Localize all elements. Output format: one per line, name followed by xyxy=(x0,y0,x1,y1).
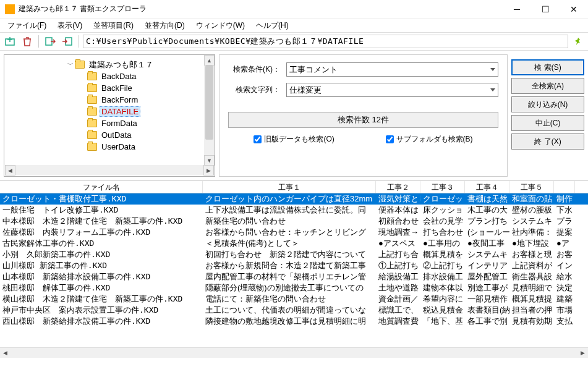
cell: (ショールー xyxy=(465,227,509,238)
cell: 便器本体は xyxy=(376,205,420,216)
cell-filename: 古民家解体工事の件.KXD xyxy=(0,238,203,249)
table-row[interactable]: クローゼット・書棚取付工事.KXDクローゼット内のハンガーパイプは直径32mm湿… xyxy=(0,193,588,205)
cell: プラン打ち xyxy=(465,216,509,227)
table-row[interactable]: 古民家解体工事の件.KXD＜見積条件(備考)として＞●アスペス●工事用の●夜間工… xyxy=(0,238,588,249)
table-body: クローゼット・書棚取付工事.KXDクローゼット内のハンガーパイプは直径32mm湿… xyxy=(0,193,588,327)
tree-item-backform[interactable]: BackForm xyxy=(12,94,207,106)
table-row[interactable]: 中本様邸 木造２階建て住宅 新築工事の件.KXD新築住宅の問い合わせ初顔合わせ会… xyxy=(0,216,588,227)
table-row[interactable]: 神戸市中央区 案内表示設置工事の件.KXD土工について、代価表の明細が間違ってい… xyxy=(0,305,588,316)
cell: ＜見積条件(備考)として＞ xyxy=(203,238,376,249)
cell: 上記打ち合 xyxy=(376,249,420,260)
col-4[interactable]: 工事４ xyxy=(465,181,509,193)
menu-sort-dir[interactable]: 並替方向(D) xyxy=(140,19,190,32)
cell: 標識工で、 xyxy=(376,305,420,316)
cell: 社内準備： xyxy=(509,227,554,238)
col-3[interactable]: 工事３ xyxy=(420,181,465,193)
folder-icon xyxy=(87,108,97,116)
tree-root[interactable]: ﹀ 建築みつも郎１７ xyxy=(12,59,207,70)
scroll-left-icon[interactable]: ◀ xyxy=(5,165,15,175)
folder-icon xyxy=(87,119,97,127)
tree-item-backdata[interactable]: BackData xyxy=(12,70,207,82)
scroll-thumb[interactable] xyxy=(205,66,213,140)
table-row[interactable]: 佐藤様邸 内装リフォーム工事の件.KXDお客様から問い合わせ：キッチンとリビング… xyxy=(0,227,588,238)
search-button[interactable]: 検 索(S) xyxy=(511,59,584,75)
menu-view[interactable]: 表示(V) xyxy=(53,19,87,32)
menu-sort-item[interactable]: 並替項目(R) xyxy=(88,19,138,32)
cell-filename: 横山様邸 木造２階建て住宅 新築工事の件.KXD xyxy=(0,294,203,305)
table-row[interactable]: 横山様邸 木造２階建て住宅 新築工事の件.KXD電話にて：新築住宅の問い合わせ資… xyxy=(0,294,588,305)
folder-icon xyxy=(87,96,97,104)
col-2[interactable]: 工事２ xyxy=(376,181,420,193)
export-icon[interactable] xyxy=(43,34,58,49)
table-row[interactable]: 一般住宅 トイレ改修工事.KXD上下水設備工事は流設備株式会社に委託。同便器本体… xyxy=(0,205,588,216)
table-row[interactable]: 山本様邸 新築給排水設備工事の件.KXD屋内配管工事の材料で「架橋ポリエチレン管… xyxy=(0,271,588,282)
pin-icon[interactable] xyxy=(571,34,586,49)
search-cond-label: 検索条件(K)： xyxy=(228,64,280,75)
cell: 別途工事が xyxy=(465,282,509,294)
cell: 見積有効期 xyxy=(509,316,554,327)
cell: お客様から問い合わせ：キッチンとリビング xyxy=(203,227,376,238)
cell: 電話にて：新築住宅の問い合わせ xyxy=(203,294,376,305)
search-text-input[interactable]: 仕様変更 xyxy=(286,83,498,97)
cell: 見積明細で xyxy=(509,282,554,294)
cell: プラ xyxy=(554,216,575,227)
cell: ●ア xyxy=(554,238,575,249)
scroll-down-icon[interactable]: ▼ xyxy=(204,155,215,166)
cell: 給水 xyxy=(554,271,575,282)
tree-item-backfile[interactable]: BackFile xyxy=(12,82,207,94)
scroll-right-icon[interactable]: ▶ xyxy=(203,165,214,175)
table-row[interactable]: 桃田様邸 解体工事の件.KXD隠蔽部分(埋蔵物)の別途撤去工事についての土地や道… xyxy=(0,282,588,294)
tree-item-formdata[interactable]: FormData xyxy=(12,117,207,129)
maximize-button[interactable]: ☐ xyxy=(531,0,560,19)
old-version-checkbox[interactable]: 旧版データも検索(O) xyxy=(254,134,334,145)
folder-icon xyxy=(87,72,97,80)
menu-window[interactable]: ウィンドウ(W) xyxy=(191,19,250,32)
exit-button[interactable]: 終 了(X) xyxy=(511,133,584,150)
close-button[interactable]: ✕ xyxy=(560,0,588,19)
stop-button[interactable]: 中止(C) xyxy=(511,115,584,131)
path-input[interactable]: C:¥Users¥Public¥Documents¥KOBEC¥建築みつも郎１７… xyxy=(83,35,568,48)
scroll-up-icon[interactable]: ▲ xyxy=(204,55,215,66)
cell: 表書類目(納 xyxy=(465,305,509,316)
menu-help[interactable]: ヘルプ(H) xyxy=(251,19,294,32)
cell: 会社の見学 xyxy=(420,216,465,227)
search-all-button[interactable]: 全検索(A) xyxy=(511,78,584,94)
cell: 土地や道路 xyxy=(376,282,420,294)
col-1[interactable]: 工事１ xyxy=(203,181,376,193)
col-5[interactable]: 工事５ xyxy=(509,181,554,193)
table-row[interactable]: 小別 久郎新築工事の件.KXD初回打ち合わせ 新築２階建で内容について上記打ち合… xyxy=(0,249,588,260)
tree-item-outdata[interactable]: OutData xyxy=(12,129,207,141)
new-folder-icon[interactable] xyxy=(2,34,17,49)
scroll-left-icon[interactable]: ◀ xyxy=(0,348,11,358)
cell: クローゼッ xyxy=(420,193,465,205)
cell: 屋内配管工事の材料で「架橋ポリエチレン管 xyxy=(203,271,376,282)
search-cond-select[interactable]: 工事コメント xyxy=(286,62,498,77)
search-count-button[interactable]: 検索件数 12件 xyxy=(228,112,498,128)
folder-tree[interactable]: ﹀ 建築みつも郎１７ BackDataBackFileBackFormDATAF… xyxy=(4,54,215,177)
scroll-right-icon[interactable]: ▶ xyxy=(577,348,588,358)
cell: 屋外配管工 xyxy=(465,271,509,282)
tree-vscroll[interactable]: ▲ ▼ xyxy=(204,55,215,166)
tree-item-datafile[interactable]: DATAFILE xyxy=(12,106,207,117)
delete-icon[interactable] xyxy=(20,34,35,49)
col-filename[interactable]: ファイル名 xyxy=(0,181,203,193)
cell: 各工事で別 xyxy=(465,316,509,327)
cell: クローゼット内のハンガーパイプは直径32mm xyxy=(203,193,376,205)
narrow-button[interactable]: 絞り込み(N) xyxy=(511,96,584,112)
col-6[interactable] xyxy=(554,181,575,193)
menu-file[interactable]: ファイル(F) xyxy=(2,19,51,32)
cell: 提案 xyxy=(554,227,575,238)
import-icon[interactable] xyxy=(60,34,75,49)
cell: イン xyxy=(554,260,575,271)
tree-hscroll[interactable]: ◀ ▶ xyxy=(5,165,214,175)
subfolder-checkbox[interactable]: サブフォルダも検索(B) xyxy=(386,134,473,145)
cell-filename: クローゼット・書棚取付工事.KXD xyxy=(0,193,203,205)
chevron-down-icon[interactable]: ﹀ xyxy=(66,61,75,69)
minimize-button[interactable]: ─ xyxy=(503,0,531,19)
table-row[interactable]: 山川様邸 新築工事の件.KXDお客様から新規問合：木造２階建て新築工事①上記打ち… xyxy=(0,260,588,271)
cell-filename: 中本様邸 木造２階建て住宅 新築工事の件.KXD xyxy=(0,216,203,227)
table-hscroll[interactable]: ◀ ▶ xyxy=(0,347,588,358)
tree-item-userdata[interactable]: UserData xyxy=(12,141,207,153)
table-row[interactable]: 西山様邸 新築給排水設備工事の件.KXD隣接建物の敷地越境改修工事は見積明細に明… xyxy=(0,316,588,327)
cell: システムキ xyxy=(509,216,554,227)
